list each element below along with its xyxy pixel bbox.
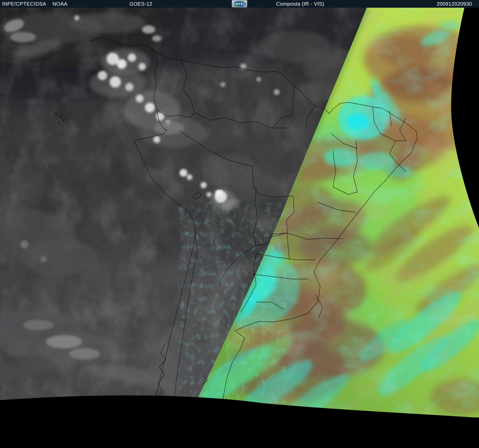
logo-text: CPTEC xyxy=(233,2,246,6)
satellite-label: GOES-12 xyxy=(129,0,152,8)
header-bar: INPE/CPTEC/DSA NOAA GOES-12 Composta (IR… xyxy=(0,0,479,8)
satellite-product-page: { "header": { "agency": "INPE/CPTEC/DSA"… xyxy=(0,0,479,448)
noaa-label: NOAA xyxy=(53,0,67,8)
satellite-image xyxy=(0,8,479,448)
cptec-logo: CPTEC xyxy=(232,0,247,7)
timestamp-label: 200912020930 xyxy=(437,0,472,8)
product-label: Composta (IR - VIS) xyxy=(276,0,324,8)
agency-label: INPE/CPTEC/DSA xyxy=(2,0,46,8)
